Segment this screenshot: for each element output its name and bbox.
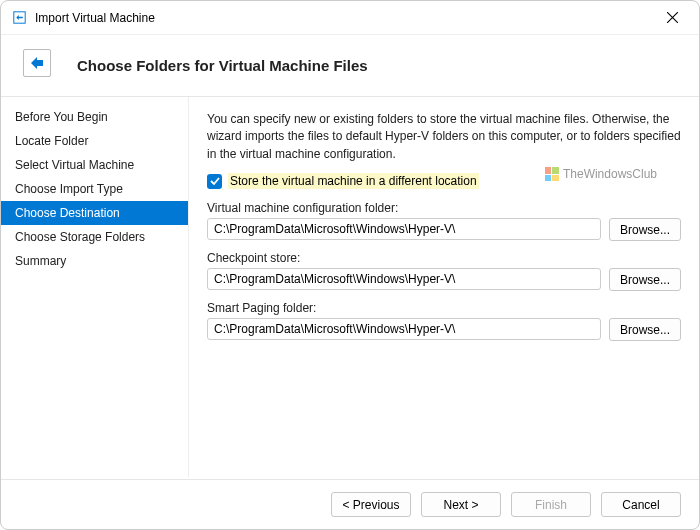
- store-different-location-row: Store the virtual machine in a different…: [207, 173, 681, 189]
- window-titlebar: Import Virtual Machine: [1, 1, 699, 35]
- checkpoint-store-browse-button[interactable]: Browse...: [609, 268, 681, 291]
- sidebar-item-destination[interactable]: Choose Destination: [1, 201, 188, 225]
- page-title: Choose Folders for Virtual Machine Files: [77, 57, 368, 74]
- import-icon: [23, 49, 51, 77]
- wizard-steps-sidebar: Before You Begin Locate Folder Select Vi…: [1, 97, 189, 477]
- window-title: Import Virtual Machine: [35, 11, 651, 25]
- sidebar-item-locate-folder[interactable]: Locate Folder: [1, 129, 188, 153]
- smart-paging-input[interactable]: [207, 318, 601, 340]
- config-folder-input[interactable]: [207, 218, 601, 240]
- store-different-location-label: Store the virtual machine in a different…: [228, 173, 479, 189]
- store-different-location-checkbox[interactable]: [207, 174, 222, 189]
- finish-button: Finish: [511, 492, 591, 517]
- sidebar-item-import-type[interactable]: Choose Import Type: [1, 177, 188, 201]
- sidebar-item-before-begin[interactable]: Before You Begin: [1, 105, 188, 129]
- config-folder-label: Virtual machine configuration folder:: [207, 201, 681, 215]
- cancel-button[interactable]: Cancel: [601, 492, 681, 517]
- checkpoint-store-label: Checkpoint store:: [207, 251, 681, 265]
- smart-paging-group: Smart Paging folder: Browse...: [207, 301, 681, 341]
- wizard-content: You can specify new or existing folders …: [189, 97, 699, 477]
- description-text: You can specify new or existing folders …: [207, 111, 681, 163]
- sidebar-item-summary[interactable]: Summary: [1, 249, 188, 273]
- close-button[interactable]: [651, 4, 693, 32]
- wizard-body: Before You Begin Locate Folder Select Vi…: [1, 97, 699, 477]
- app-icon: [11, 10, 27, 26]
- smart-paging-browse-button[interactable]: Browse...: [609, 318, 681, 341]
- sidebar-item-storage-folders[interactable]: Choose Storage Folders: [1, 225, 188, 249]
- wizard-header: Choose Folders for Virtual Machine Files: [1, 35, 699, 97]
- next-button[interactable]: Next >: [421, 492, 501, 517]
- checkpoint-store-input[interactable]: [207, 268, 601, 290]
- wizard-footer: < Previous Next > Finish Cancel: [1, 479, 699, 529]
- config-folder-group: Virtual machine configuration folder: Br…: [207, 201, 681, 241]
- checkpoint-store-group: Checkpoint store: Browse...: [207, 251, 681, 291]
- sidebar-item-select-vm[interactable]: Select Virtual Machine: [1, 153, 188, 177]
- config-folder-browse-button[interactable]: Browse...: [609, 218, 681, 241]
- previous-button[interactable]: < Previous: [331, 492, 411, 517]
- smart-paging-label: Smart Paging folder:: [207, 301, 681, 315]
